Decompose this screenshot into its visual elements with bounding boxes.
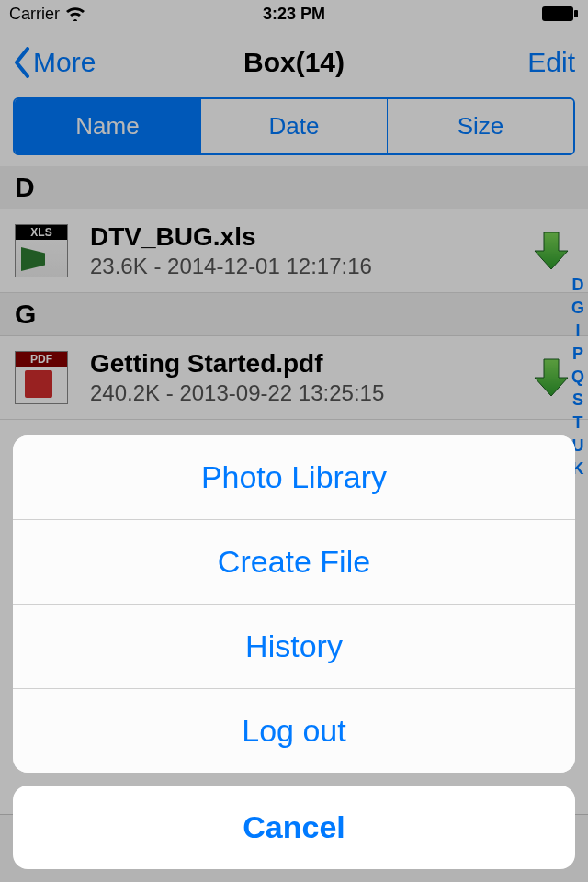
action-sheet: Photo Library Create File History Log ou… bbox=[13, 435, 575, 869]
action-cancel[interactable]: Cancel bbox=[13, 786, 575, 869]
action-history[interactable]: History bbox=[13, 605, 575, 689]
action-photo-library[interactable]: Photo Library bbox=[13, 435, 575, 520]
action-log-out[interactable]: Log out bbox=[13, 689, 575, 773]
action-create-file[interactable]: Create File bbox=[13, 520, 575, 605]
